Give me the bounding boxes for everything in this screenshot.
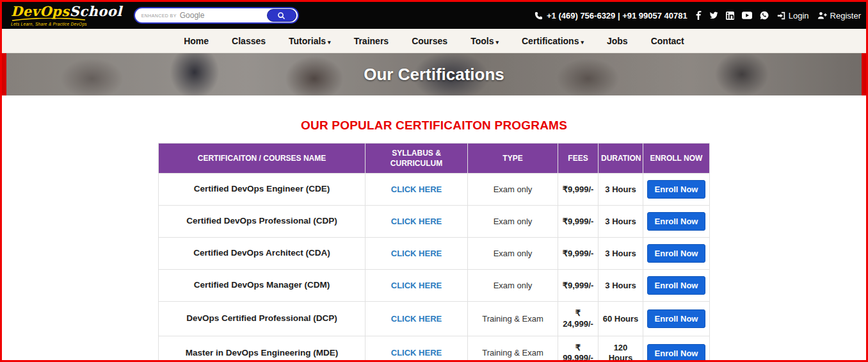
type-cell: Training & Exam: [468, 302, 558, 336]
enroll-now-button[interactable]: Enroll Now: [647, 309, 706, 328]
logo-text: DevOpsSchool: [11, 4, 122, 18]
main-nav: HomeClassesTutorials▾TrainersCoursesTool…: [2, 29, 866, 53]
duration-cell: 3 Hours: [599, 270, 643, 302]
fees-cell: ₹ 24,999/-: [558, 302, 599, 336]
table-row: Certified DevOps Manager (CDM)CLICK HERE…: [159, 270, 710, 302]
twitter-link[interactable]: [709, 12, 718, 19]
syllabus-cell: CLICK HERE: [366, 238, 468, 270]
nav-item-jobs[interactable]: Jobs: [607, 36, 628, 46]
fees-cell: ₹ 99,999/-: [558, 336, 599, 360]
page-title: Our Certifications: [364, 65, 504, 85]
course-name-cell: Certified DevOps Architect (CDA): [159, 238, 366, 270]
duration-cell: 3 Hours: [599, 206, 643, 238]
twitter-icon: [709, 12, 718, 19]
nav-item-contact[interactable]: Contact: [651, 36, 684, 46]
header-fees: FEES: [558, 144, 599, 174]
whatsapp-icon: [760, 11, 769, 20]
page: DevOpsSchool Lets Learn, Share & Practic…: [0, 0, 868, 362]
chevron-down-icon: ▾: [581, 39, 584, 45]
syllabus-cell: CLICK HERE: [366, 174, 468, 206]
enroll-now-button[interactable]: Enroll Now: [647, 180, 706, 199]
enroll-now-button[interactable]: Enroll Now: [647, 244, 706, 263]
nav-item-trainers[interactable]: Trainers: [354, 36, 389, 46]
facebook-link[interactable]: [696, 11, 702, 20]
header-enroll: ENROLL NOW: [643, 144, 710, 174]
top-bar: DevOpsSchool Lets Learn, Share & Practic…: [2, 2, 866, 29]
header-syllabus: SYLLABUS & CURRICULUM: [366, 144, 468, 174]
login-link[interactable]: Login: [777, 11, 809, 21]
course-name-cell: Certified DevOps Engineer (CDE): [159, 174, 366, 206]
fees-cell: ₹9,999/-: [558, 174, 599, 206]
header-course-name: CERTIFICAITON / COURSES NAME: [159, 144, 366, 174]
enroll-cell: Enroll Now: [643, 270, 710, 302]
duration-cell: 60 Hours: [599, 302, 643, 336]
type-cell: Training & Exam: [468, 336, 558, 360]
nav-item-home[interactable]: Home: [184, 36, 209, 46]
table-header-row: CERTIFICAITON / COURSES NAME SYLLABUS & …: [159, 144, 710, 174]
facebook-icon: [696, 11, 702, 20]
syllabus-link[interactable]: CLICK HERE: [391, 281, 442, 290]
syllabus-link[interactable]: CLICK HERE: [391, 217, 442, 226]
whatsapp-link[interactable]: [760, 11, 769, 20]
syllabus-link[interactable]: CLICK HERE: [391, 249, 442, 258]
header-type: TYPE: [468, 144, 558, 174]
login-icon: [777, 12, 785, 20]
syllabus-link[interactable]: CLICK HERE: [391, 314, 442, 324]
nav-item-tutorials[interactable]: Tutorials▾: [289, 36, 331, 46]
search-button[interactable]: [267, 9, 296, 22]
nav-item-certifications[interactable]: Certifications▾: [522, 36, 584, 46]
register-label: Register: [830, 11, 861, 21]
fees-cell: ₹9,999/-: [558, 270, 599, 302]
syllabus-cell: CLICK HERE: [366, 206, 468, 238]
hero-banner: Our Certifications: [2, 53, 866, 95]
phone-text: +1 (469) 756-6329 | +91 99057 40781: [547, 11, 687, 21]
syllabus-cell: CLICK HERE: [366, 302, 468, 336]
hero-image: Our Certifications: [6, 53, 862, 95]
syllabus-link[interactable]: CLICK HERE: [391, 185, 442, 194]
phone-numbers: +1 (469) 756-6329 | +91 99057 40781: [534, 11, 687, 21]
enroll-cell: Enroll Now: [643, 302, 710, 336]
login-label: Login: [789, 11, 809, 21]
enroll-now-button[interactable]: Enroll Now: [647, 344, 706, 360]
duration-cell: 3 Hours: [599, 174, 643, 206]
syllabus-cell: CLICK HERE: [366, 270, 468, 302]
table-row: Master in DevOps Engineering (MDE)CLICK …: [159, 336, 710, 360]
section-heading: OUR POPULAR CERTIFICAITON PROGRAMS: [2, 119, 866, 133]
type-cell: Exam only: [468, 206, 558, 238]
logo-devops-text: DevOps: [11, 3, 70, 19]
topbar-right: +1 (469) 756-6329 | +91 99057 40781: [534, 11, 861, 21]
youtube-link[interactable]: [742, 12, 752, 19]
syllabus-link[interactable]: CLICK HERE: [391, 348, 442, 358]
type-cell: Exam only: [468, 238, 558, 270]
phone-icon: [534, 12, 543, 20]
search-enhanced-by-label: ENHANCED BY: [141, 13, 177, 18]
logo-school-text: School: [70, 3, 122, 19]
youtube-icon: [742, 12, 752, 19]
social-links: [696, 11, 769, 20]
chevron-down-icon: ▾: [495, 39, 499, 45]
course-name-cell: DevOps Certified Professional (DCP): [159, 302, 366, 336]
type-cell: Exam only: [468, 270, 558, 302]
linkedin-link[interactable]: [726, 12, 734, 20]
enroll-cell: Enroll Now: [643, 206, 710, 238]
table-row: Certified DevOps Professional (CDP)CLICK…: [159, 206, 710, 238]
site-logo[interactable]: DevOpsSchool Lets Learn, Share & Practic…: [11, 4, 122, 27]
course-name-cell: Certified DevOps Professional (CDP): [159, 206, 366, 238]
table-row: Certified DevOps Engineer (CDE)CLICK HER…: [159, 174, 710, 206]
cert-table-body: Certified DevOps Engineer (CDE)CLICK HER…: [159, 174, 710, 360]
nav-item-tools[interactable]: Tools▾: [470, 36, 499, 46]
nav-item-classes[interactable]: Classes: [232, 36, 266, 46]
search-engine-label: Google: [180, 11, 267, 20]
chevron-down-icon: ▾: [328, 39, 331, 45]
nav-item-courses[interactable]: Courses: [412, 36, 447, 46]
enroll-now-button[interactable]: Enroll Now: [647, 212, 706, 231]
course-name-cell: Master in DevOps Engineering (MDE): [159, 336, 366, 360]
course-name-cell: Certified DevOps Manager (CDM): [159, 270, 366, 302]
duration-cell: 120 Hours: [599, 336, 643, 360]
logo-tagline: Lets Learn, Share & Practice DevOps: [11, 22, 122, 27]
duration-cell: 3 Hours: [599, 238, 643, 270]
certifications-table: CERTIFICAITON / COURSES NAME SYLLABUS & …: [158, 143, 710, 360]
enroll-now-button[interactable]: Enroll Now: [647, 276, 706, 295]
search-input[interactable]: ENHANCED BY Google: [134, 7, 299, 24]
register-link[interactable]: Register: [817, 11, 861, 21]
